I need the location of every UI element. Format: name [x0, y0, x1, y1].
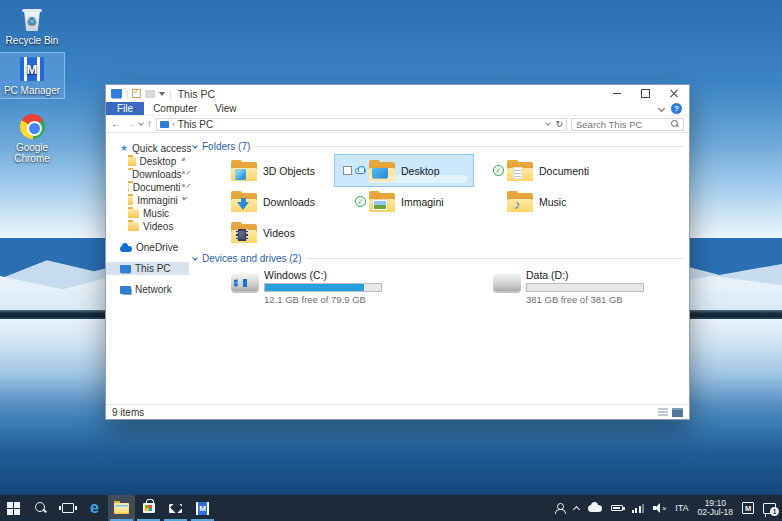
- taskbar-edge-button[interactable]: e: [81, 495, 108, 521]
- folder-icon: [128, 196, 133, 205]
- folder-tile-music[interactable]: ♪ Music: [473, 186, 611, 217]
- maximize-button[interactable]: [631, 85, 660, 102]
- onedrive-tray-icon[interactable]: [588, 505, 602, 512]
- titlebar[interactable]: | | This PC: [106, 85, 689, 102]
- sidebar-item-quick-access[interactable]: ★ Quick access: [106, 142, 189, 155]
- customize-toolbar-caret-icon[interactable]: [159, 92, 165, 96]
- group-header-devices[interactable]: Devices and drives (2): [193, 252, 683, 265]
- taskbar-clock[interactable]: 19:10 02-Jul-18: [698, 499, 733, 517]
- folder-icon: [231, 191, 257, 212]
- recent-locations-caret-icon[interactable]: [138, 120, 144, 126]
- notification-badge: 1: [770, 507, 779, 516]
- folder-tile-3d-objects[interactable]: 3D Objects: [197, 155, 335, 186]
- hidden-icons-chevron-icon[interactable]: [573, 506, 580, 513]
- folder-icon: [507, 160, 533, 181]
- taskbar: e M × ITA 19:10 02-Jul-18 M 1: [0, 495, 782, 521]
- hard-drive-icon: [493, 274, 521, 291]
- sidebar-item-immagini[interactable]: Immagini: [106, 194, 189, 207]
- drive-tile-data-d[interactable]: Data (D:) 381 GB free of 381 GB: [493, 268, 689, 302]
- group-header-folders[interactable]: Folders (7): [193, 140, 683, 153]
- close-button[interactable]: [660, 85, 689, 102]
- pin-icon: [182, 197, 185, 204]
- folder-icon: [128, 222, 139, 231]
- selection-checkbox[interactable]: [343, 166, 352, 175]
- collapse-group-icon[interactable]: [192, 255, 198, 261]
- task-view-button[interactable]: [54, 495, 81, 521]
- search-icon[interactable]: [671, 120, 679, 128]
- sidebar-item-network[interactable]: Network: [106, 283, 189, 296]
- drive-tile-windows-c[interactable]: Windows (C:) 12.1 GB free of 79.9 GB: [231, 268, 493, 302]
- battery-icon[interactable]: [611, 505, 623, 511]
- language-indicator[interactable]: ITA: [675, 503, 688, 513]
- collapse-group-icon[interactable]: [192, 143, 198, 149]
- drives-grid: Windows (C:) 12.1 GB free of 79.9 GB Dat…: [193, 268, 683, 302]
- tab-view[interactable]: View: [206, 102, 246, 115]
- folder-tile-desktop[interactable]: Desktop: [335, 155, 473, 186]
- folder-tile-downloads[interactable]: Downloads: [197, 186, 335, 217]
- taskbar-search-button[interactable]: [27, 495, 54, 521]
- music-note-emblem-icon: ♪: [514, 198, 521, 211]
- separator: |: [169, 89, 171, 99]
- help-icon[interactable]: ?: [671, 103, 682, 114]
- pc-manager-icon: M: [196, 502, 209, 515]
- quick-access-toolbar: | |: [111, 89, 172, 99]
- taskbar-mail-button[interactable]: [162, 495, 189, 521]
- separator: |: [126, 89, 128, 99]
- sidebar-item-music[interactable]: Music: [106, 207, 189, 220]
- forward-button[interactable]: →: [125, 119, 135, 129]
- item-count: 9 items: [112, 407, 144, 418]
- window-controls: [602, 85, 689, 102]
- pc-manager-tray-icon[interactable]: M: [742, 502, 754, 514]
- address-dropdown-caret-icon[interactable]: [546, 120, 552, 126]
- sidebar-item-downloads[interactable]: Downloads: [106, 168, 189, 181]
- file-explorer-icon: [114, 503, 129, 514]
- volume-muted-icon[interactable]: ×: [653, 503, 666, 513]
- folder-icon: [128, 183, 129, 192]
- breadcrumb-separator: ›: [172, 120, 175, 129]
- folder-icon: [231, 160, 257, 181]
- folder-tile-documenti[interactable]: ✓ Documenti: [473, 155, 611, 186]
- start-button[interactable]: [0, 495, 27, 521]
- desktop-icon-recycle-bin[interactable]: ♻ Recycle Bin: [0, 5, 64, 46]
- minimize-button[interactable]: [602, 85, 631, 102]
- sidebar-item-this-pc[interactable]: This PC: [106, 262, 189, 275]
- folders-grid: 3D Objects Desktop ✓ Documenti: [193, 155, 683, 248]
- sidebar-item-desktop[interactable]: Desktop: [106, 155, 189, 168]
- sidebar-item-onedrive[interactable]: OneDrive: [106, 241, 189, 254]
- folder-icon: [231, 222, 257, 243]
- tab-file[interactable]: File: [106, 102, 144, 115]
- file-list: Folders (7) 3D Objects: [189, 134, 689, 404]
- back-button[interactable]: ←: [111, 119, 121, 129]
- expand-ribbon-icon[interactable]: [658, 105, 665, 112]
- folder-tile-immagini[interactable]: ✓ Immagini: [335, 186, 473, 217]
- system-tray: × ITA 19:10 02-Jul-18 M 1: [555, 495, 782, 521]
- folder-tile-videos[interactable]: Videos: [197, 217, 335, 248]
- windows-logo-icon: [7, 502, 20, 515]
- tab-computer[interactable]: Computer: [144, 102, 206, 115]
- monitor-icon: [120, 265, 131, 273]
- refresh-icon[interactable]: ↻: [555, 119, 563, 129]
- search-input[interactable]: Search This PC: [571, 118, 684, 131]
- desktop-icon-google-chrome[interactable]: Google Chrome: [0, 112, 64, 164]
- action-center-icon[interactable]: 1: [763, 503, 776, 514]
- taskbar-file-explorer-button[interactable]: [108, 495, 135, 521]
- picture-emblem-icon: [373, 200, 387, 210]
- sidebar-item-documenti[interactable]: Documenti: [106, 181, 189, 194]
- taskbar-pc-manager-button[interactable]: M: [189, 495, 216, 521]
- properties-icon[interactable]: [132, 89, 141, 98]
- taskbar-store-button[interactable]: [135, 495, 162, 521]
- network-icon: [120, 286, 131, 294]
- up-button[interactable]: ↑: [147, 119, 152, 129]
- thumbnail-view-icon[interactable]: [672, 408, 683, 417]
- people-icon[interactable]: [555, 503, 565, 513]
- new-folder-icon[interactable]: [145, 90, 155, 98]
- cloud-icon: [120, 246, 132, 252]
- address-bar[interactable]: › This PC ↻: [156, 118, 567, 131]
- network-signal-icon[interactable]: [632, 504, 645, 513]
- desktop-icon-pc-manager[interactable]: M PC Manager: [0, 53, 64, 98]
- sidebar-item-videos[interactable]: Videos: [106, 220, 189, 233]
- hard-drive-windows-icon: [231, 274, 259, 291]
- details-view-icon[interactable]: [658, 408, 668, 417]
- breadcrumb[interactable]: This PC: [178, 119, 214, 130]
- pc-manager-icon: M: [20, 57, 44, 81]
